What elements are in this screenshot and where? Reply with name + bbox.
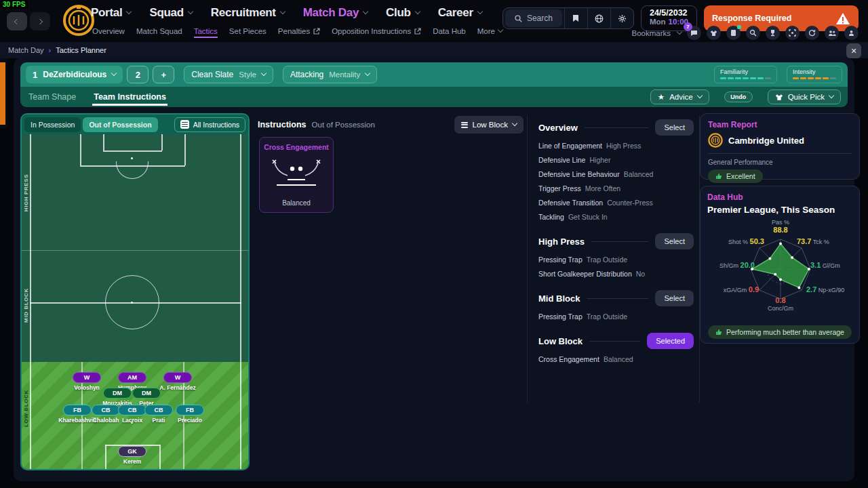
undo-button[interactable]: Undo <box>724 92 753 102</box>
pitch-panel: In Possession Out of Possession All Inst… <box>20 113 250 470</box>
select-overview-button[interactable]: Select <box>655 119 694 136</box>
focus-shortcut[interactable] <box>785 26 800 40</box>
select-mid-block-button[interactable]: Select <box>655 290 694 306</box>
subnav-data-hub[interactable]: Data Hub <box>433 27 466 35</box>
search-icon <box>515 15 522 22</box>
nav-squad[interactable]: Squad <box>149 6 192 20</box>
axis-label: 2.7 Np-xG/90 <box>806 285 844 293</box>
scout-icon <box>749 29 757 37</box>
in-possession-tab[interactable]: In Possession <box>24 117 81 132</box>
subnav-more[interactable]: More <box>477 27 502 35</box>
subnav-overview[interactable]: Overview <box>92 27 125 35</box>
tab-team-shape[interactable]: Team Shape <box>27 88 77 106</box>
bookmark-button[interactable] <box>564 7 587 29</box>
style-dropdown[interactable]: Clean Slate Style <box>184 66 273 83</box>
inbox-shortcut[interactable]: 7 <box>687 26 701 40</box>
card-icon <box>730 29 736 37</box>
section-title-overview: Overview <box>538 123 578 133</box>
add-tactic-button[interactable]: + <box>153 66 174 83</box>
fps-counter: 30 FPS <box>0 0 28 9</box>
instructions-subtitle: Out of Possession <box>312 121 375 129</box>
penalty-arc <box>116 161 149 179</box>
world-button[interactable] <box>587 7 610 29</box>
instruction-row[interactable]: Defensive LineHigher <box>538 152 699 167</box>
subnav-match-squad[interactable]: Match Squad <box>136 27 182 35</box>
chevron-down-icon[interactable] <box>677 28 682 34</box>
bookmarks-label[interactable]: Bookmarks <box>631 29 671 37</box>
subnav-set-pieces[interactable]: Set Pieces <box>229 27 267 35</box>
trophy-icon <box>769 29 776 37</box>
advice-button[interactable]: ★ Advice <box>650 89 709 104</box>
instruction-row[interactable]: Defensive TransitionCounter-Press <box>538 195 699 209</box>
instruction-row[interactable]: Defensive Line BehaviourBalanced <box>538 167 699 181</box>
tactic-selector[interactable]: 1 DeZerbidiculous <box>26 66 123 83</box>
zone-label-mid-block: MID BLOCK <box>23 279 29 333</box>
axis-label: xGA/Gm 0.9 <box>707 285 759 293</box>
axis-value: 0.8 <box>707 296 854 304</box>
instruction-row[interactable]: Trigger PressMore Often <box>538 181 699 195</box>
instructions-title: Instructions <box>258 120 307 129</box>
all-instructions-button[interactable]: All Instructions <box>174 117 245 132</box>
instructions-header: Instructions Out of Possession Low Block <box>258 115 524 134</box>
subnav-opposition-instructions[interactable]: Opposition Instructions <box>332 27 421 35</box>
data-hub-panel[interactable]: Data Hub Premier League, This Season Pas… <box>700 186 860 344</box>
breadcrumb-parent[interactable]: Match Day <box>8 46 44 54</box>
instruction-row[interactable]: Short Goalkeeper DistributionNo <box>538 266 699 281</box>
report-shortcut[interactable] <box>726 26 741 40</box>
pitch: HIGH PRESS MID BLOCK LOW BLOCK WVoloshyn… <box>22 134 248 469</box>
player-dm-right[interactable]: DMPeter <box>116 388 177 407</box>
sync-shortcut[interactable] <box>805 26 819 40</box>
select-high-press-button[interactable]: Select <box>655 233 694 249</box>
status-dot <box>737 25 741 29</box>
team-report-panel[interactable]: Team Report Cambridge United General Per… <box>700 113 860 180</box>
nav-recruitment[interactable]: Recruitment <box>211 6 285 20</box>
nav-match-day[interactable]: Match Day <box>303 6 368 20</box>
notification-badge: 7 <box>684 22 692 31</box>
sub-nav: Overview Match Squad Tactics Set Pieces … <box>92 27 502 35</box>
star-icon: ★ <box>658 92 665 102</box>
mentality-dropdown[interactable]: Attacking Mentality <box>283 66 377 83</box>
instruction-row[interactable]: Cross EngagementBalanced <box>538 352 699 366</box>
instruction-row[interactable]: Line of EngagementHigh Press <box>538 138 699 152</box>
tactic-header-bar: 1 DeZerbidiculous 2 + Clean Slate Style … <box>20 62 848 87</box>
cross-engagement-card[interactable]: Cross Engagement Balanced <box>259 137 334 213</box>
training-shortcut[interactable] <box>825 26 839 40</box>
breadcrumb-current: Tactics Planner <box>56 46 106 54</box>
out-of-possession-tab[interactable]: Out of Possession <box>83 117 157 132</box>
gear-icon <box>618 14 627 23</box>
close-button[interactable]: ✕ <box>846 43 861 58</box>
shirt-icon <box>775 94 783 101</box>
performance-summary-badge: Performing much better than average <box>708 325 852 339</box>
staff-shortcut[interactable] <box>844 26 859 40</box>
instruction-row[interactable]: TacklingGet Stuck In <box>538 209 699 224</box>
low-block-selected-button[interactable]: Selected <box>647 333 694 349</box>
competition-shortcut[interactable] <box>766 26 780 40</box>
player-fb-right[interactable]: FBPreciado <box>159 405 220 424</box>
forward-button[interactable] <box>30 12 50 30</box>
team-name: Cambridge United <box>728 136 804 146</box>
subnav-tactics[interactable]: Tactics <box>194 27 218 38</box>
axis-label: Sh/Gm 20.0 <box>707 261 755 269</box>
instruction-row[interactable]: Pressing TrapTrap Outside <box>538 252 699 266</box>
tactics-planner-panel: 1 DeZerbidiculous 2 + Clean Slate Style … <box>14 58 854 481</box>
search-input[interactable]: Search <box>505 9 562 27</box>
nav-portal[interactable]: Portal <box>91 6 131 20</box>
data-hub-title: Data Hub <box>707 192 852 202</box>
tab-team-instructions[interactable]: Team Instructions <box>92 88 167 106</box>
left-scroll-thumb[interactable] <box>0 62 5 125</box>
nav-club[interactable]: Club <box>386 6 420 20</box>
quick-pick-button[interactable]: Quick Pick <box>768 89 841 104</box>
breadcrumb-separator: › <box>49 46 52 54</box>
instruction-row[interactable]: Pressing TrapTrap Outside <box>538 309 699 323</box>
nav-career[interactable]: Career <box>438 6 482 20</box>
scouting-shortcut[interactable] <box>746 26 760 40</box>
back-button[interactable] <box>7 12 27 30</box>
squad-shortcut[interactable] <box>707 26 721 40</box>
settings-button[interactable] <box>610 7 633 29</box>
phase-dropdown[interactable]: Low Block <box>454 116 524 134</box>
tactic-slot-2[interactable]: 2 <box>127 66 149 83</box>
player-gk[interactable]: GKKerem <box>102 446 163 465</box>
warning-icon <box>835 12 850 25</box>
globe-icon <box>595 14 604 23</box>
subnav-penalties[interactable]: Penalties <box>278 27 320 35</box>
